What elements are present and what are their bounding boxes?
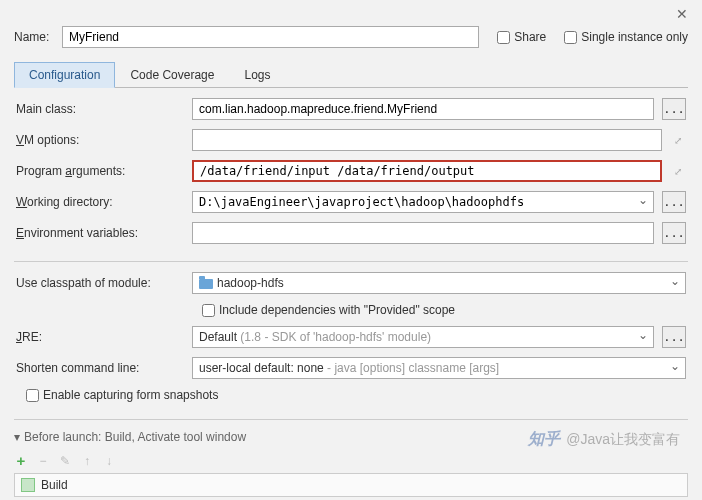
down-button[interactable]: ↓ — [102, 454, 116, 468]
working-dir-input[interactable] — [192, 191, 654, 213]
working-dir-label: Working directory: — [16, 195, 184, 209]
before-launch-title[interactable]: ▾Before launch: Build, Activate tool win… — [14, 424, 688, 450]
shorten-label: Shorten command line: — [16, 361, 184, 375]
main-class-label: Main class: — [16, 102, 184, 116]
working-dir-browse-button[interactable]: ... — [662, 191, 686, 213]
jre-select[interactable]: Default (1.8 - SDK of 'hadoop-hdfs' modu… — [192, 326, 654, 348]
classpath-label: Use classpath of module: — [16, 276, 184, 290]
program-args-label: Program arguments: — [16, 164, 184, 178]
jre-label: JRE: — [16, 330, 184, 344]
vm-options-input[interactable] — [192, 129, 662, 151]
name-label: Name: — [14, 30, 54, 44]
expand-icon[interactable]: ⤢ — [670, 166, 686, 177]
jre-browse-button[interactable]: ... — [662, 326, 686, 348]
build-task[interactable]: Build — [14, 473, 688, 497]
main-class-browse-button[interactable]: ... — [662, 98, 686, 120]
folder-icon — [199, 279, 213, 289]
up-button[interactable]: ↑ — [80, 454, 94, 468]
env-vars-input[interactable] — [192, 222, 654, 244]
remove-button[interactable]: − — [36, 454, 50, 468]
edit-button[interactable]: ✎ — [58, 454, 72, 468]
main-class-input[interactable] — [192, 98, 654, 120]
classpath-select[interactable]: hadoop-hdfs — [192, 272, 686, 294]
tab-configuration[interactable]: Configuration — [14, 62, 115, 88]
program-args-input[interactable] — [192, 160, 662, 182]
share-checkbox[interactable]: Share — [497, 30, 546, 44]
name-input[interactable] — [62, 26, 479, 48]
env-vars-label: Environment variables: — [16, 226, 184, 240]
vm-options-label: VM options: — [16, 133, 184, 147]
add-button[interactable]: + — [14, 452, 28, 469]
shorten-select[interactable]: user-local default: none - java [options… — [192, 357, 686, 379]
tab-logs[interactable]: Logs — [229, 62, 285, 88]
build-icon — [21, 478, 35, 492]
expand-icon[interactable]: ⤢ — [670, 135, 686, 146]
tab-code-coverage[interactable]: Code Coverage — [115, 62, 229, 88]
close-icon[interactable]: ✕ — [676, 6, 688, 22]
env-vars-browse-button[interactable]: ... — [662, 222, 686, 244]
single-instance-checkbox[interactable]: Single instance only — [564, 30, 688, 44]
include-deps-checkbox[interactable]: Include dependencies with "Provided" sco… — [202, 303, 455, 317]
enable-capture-checkbox[interactable]: Enable capturing form snapshots — [26, 388, 218, 402]
